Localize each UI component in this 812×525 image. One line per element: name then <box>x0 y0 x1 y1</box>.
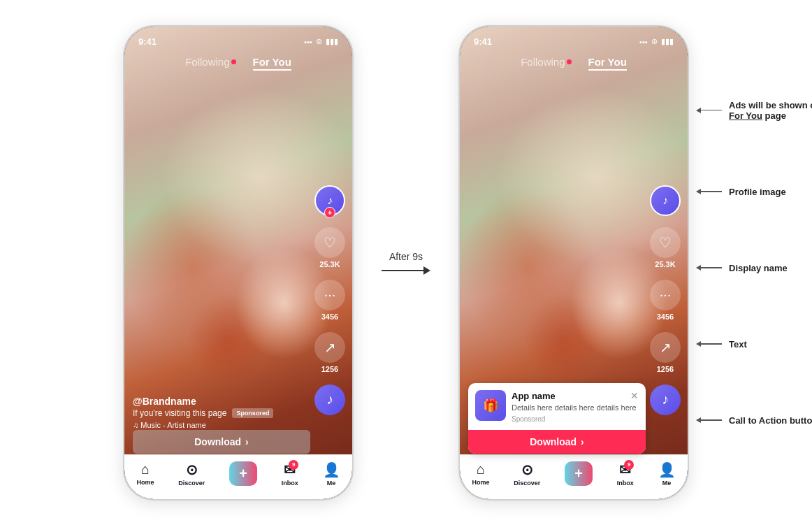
nav-inbox-after[interactable]: ✉ 9 Inbox <box>617 461 634 487</box>
ad-sponsored-label: Sponsored <box>512 415 639 423</box>
ad-app-icon: 🎁 <box>475 390 506 421</box>
nav-tab-foryou-before[interactable]: For You <box>253 56 291 68</box>
like-btn-before[interactable]: ♡ 25.3K <box>314 227 345 268</box>
ad-cta-button[interactable]: Download › <box>468 430 646 454</box>
annotation-arrow-display <box>696 265 722 271</box>
chevron-right-icon-before: › <box>245 436 249 447</box>
inbox-badge-count-before: 9 <box>289 460 298 470</box>
status-bar-after: 9:41 ▪▪▪ ⊛ ▮▮▮ <box>460 27 688 52</box>
comment-btn-after[interactable]: ··· 3456 <box>650 280 681 321</box>
sponsored-badge-before: Sponsored <box>232 408 273 418</box>
annotation-arrow-cta <box>696 417 722 423</box>
annotation-display-name: Display name <box>696 263 812 273</box>
nav-tab-following-before[interactable]: Following <box>185 56 235 68</box>
ann-shaft-text <box>701 343 722 345</box>
transition-arrow: After 9s <box>382 251 430 275</box>
annotation-arrow-profile <box>696 189 722 194</box>
ann-shaft-display <box>701 267 722 268</box>
nav-tab-foryou-after[interactable]: For You <box>588 56 627 68</box>
profile-action-after[interactable]: ♪ <box>650 185 681 216</box>
music-row-before: ♫ Music - Artist name <box>133 421 310 429</box>
ad-details-text: Details here details here details here <box>512 403 639 412</box>
annotation-arrow-ads <box>696 108 722 113</box>
me-label-before: Me <box>327 480 336 487</box>
home-icon-after: ⌂ <box>477 461 485 477</box>
discover-label-before: Discover <box>178 480 205 487</box>
nav-discover-before[interactable]: ⊙ Discover <box>178 461 205 487</box>
music-btn-before[interactable]: ♪ <box>314 384 345 415</box>
nav-me-before[interactable]: 👤 Me <box>323 461 340 487</box>
phones-container: 9:41 ▪▪▪ ⊛ ▮▮▮ Following For You <box>123 25 689 501</box>
nav-create-after[interactable]: + <box>565 461 593 486</box>
arrow-line <box>382 266 430 275</box>
music-disc-icon-after: ♪ <box>650 384 681 415</box>
phone-inner-after: 9:41 ▪▪▪ ⊛ ▮▮▮ Following For Yo <box>460 27 688 499</box>
side-actions-before: ♪ + ♡ 25.3K ··· 3456 ↗ 1256 <box>314 185 345 415</box>
arrow-label: After 9s <box>389 251 423 262</box>
wifi-icon-after: ⊛ <box>651 37 658 46</box>
profile-action-before[interactable]: ♪ + <box>314 185 345 216</box>
side-actions-after: ♪ ♡ 25.3K ··· 3456 ↗ 12 <box>650 185 681 415</box>
brand-name-before: @Brandname <box>133 396 310 407</box>
share-icon-after: ↗ <box>650 332 681 363</box>
ad-close-icon[interactable]: ✕ <box>630 390 639 401</box>
inbox-badge-count-after: 9 <box>624 460 634 470</box>
annotations-panel: Ads will be shown onFor You page Profile… <box>696 25 812 501</box>
arrow-shaft <box>382 270 423 271</box>
annotation-text-profile: Profile image <box>729 187 786 197</box>
share-btn-before[interactable]: ↗ 1256 <box>314 332 345 373</box>
nav-home-before[interactable]: ⌂ Home <box>136 461 154 486</box>
like-icon-after: ♡ <box>650 227 681 258</box>
home-label-after: Home <box>472 479 489 486</box>
music-text-before: ♫ Music - Artist name <box>133 421 206 429</box>
like-btn-after[interactable]: ♡ 25.3K <box>650 227 681 268</box>
ann-head-profile <box>696 189 701 194</box>
download-btn-before[interactable]: Download › <box>133 430 310 454</box>
nav-create-before[interactable]: + <box>229 461 257 486</box>
arrow-head <box>423 266 430 275</box>
top-nav-before: Following For You <box>124 52 352 72</box>
nav-inbox-before[interactable]: ✉ 9 Inbox <box>282 461 298 487</box>
music-disc-icon-before: ♪ <box>314 384 345 415</box>
phone-inner-before: 9:41 ▪▪▪ ⊛ ▮▮▮ Following For You <box>124 27 352 499</box>
ad-title-row: App name ✕ <box>512 390 639 401</box>
ann-shaft-cta <box>701 419 722 421</box>
nav-tab-following-after[interactable]: Following <box>521 56 571 68</box>
caption-row-before: If you're visiting this page Sponsored <box>133 408 310 418</box>
ad-popup: 🎁 App name ✕ Details here details here d… <box>468 383 646 453</box>
ann-head-cta <box>696 417 701 423</box>
profile-avatar-before: ♪ + <box>314 185 345 216</box>
bottom-nav-before: ⌂ Home ⊙ Discover + ✉ 9 <box>124 454 352 499</box>
music-btn-after[interactable]: ♪ <box>650 384 681 415</box>
phone-after: 9:41 ▪▪▪ ⊛ ▮▮▮ Following For Yo <box>458 25 689 501</box>
ad-popup-top: 🎁 App name ✕ Details here details here d… <box>468 383 646 429</box>
discover-label-after: Discover <box>514 480 540 487</box>
annotation-text-cta: Call to Action button <box>729 415 812 426</box>
annotation-cta: Call to Action button <box>696 415 812 426</box>
annotation-text-ads: Ads will be shown onFor You page <box>729 100 812 121</box>
ann-head-ads <box>696 108 701 113</box>
bottom-info-before: @Brandname If you're visiting this page … <box>133 396 310 429</box>
caption-text-before: If you're visiting this page <box>133 408 226 418</box>
ann-shaft-profile <box>701 191 722 192</box>
comment-icon-before: ··· <box>314 280 345 310</box>
comment-count-after: 3456 <box>657 312 674 321</box>
status-icons-after: ▪▪▪ ⊛ ▮▮▮ <box>639 37 674 46</box>
battery-icon: ▮▮▮ <box>326 37 338 46</box>
annotation-text-label: Text <box>696 339 812 350</box>
annotation-ads-placement: Ads will be shown onFor You page <box>696 100 812 121</box>
create-plus-icon-after: + <box>565 461 593 486</box>
ads-label: Ads will be shown onFor You page <box>729 100 812 121</box>
nav-me-after[interactable]: 👤 Me <box>658 461 676 487</box>
nav-discover-after[interactable]: ⊙ Discover <box>514 461 540 487</box>
comment-icon-after: ··· <box>650 280 681 310</box>
share-btn-after[interactable]: ↗ 1256 <box>650 332 681 373</box>
status-time-before: 9:41 <box>138 36 157 47</box>
comment-btn-before[interactable]: ··· 3456 <box>314 280 345 321</box>
signal-icon: ▪▪▪ <box>304 38 312 46</box>
annotation-profile: Profile image <box>696 187 812 197</box>
nav-home-after[interactable]: ⌂ Home <box>472 461 489 486</box>
ad-text-block: App name ✕ Details here details here det… <box>512 390 639 422</box>
like-icon-before: ♡ <box>314 227 345 258</box>
live-dot-before <box>231 59 236 64</box>
